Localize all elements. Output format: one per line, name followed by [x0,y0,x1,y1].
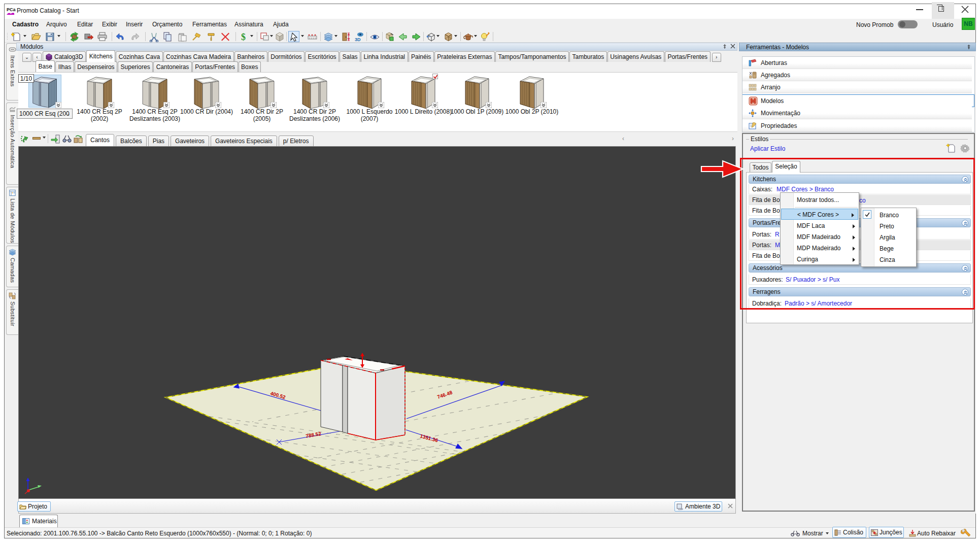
svg-text:$: $ [241,32,246,42]
svg-text:PCa: PCa [7,7,16,12]
svg-text:3D: 3D [355,37,361,42]
